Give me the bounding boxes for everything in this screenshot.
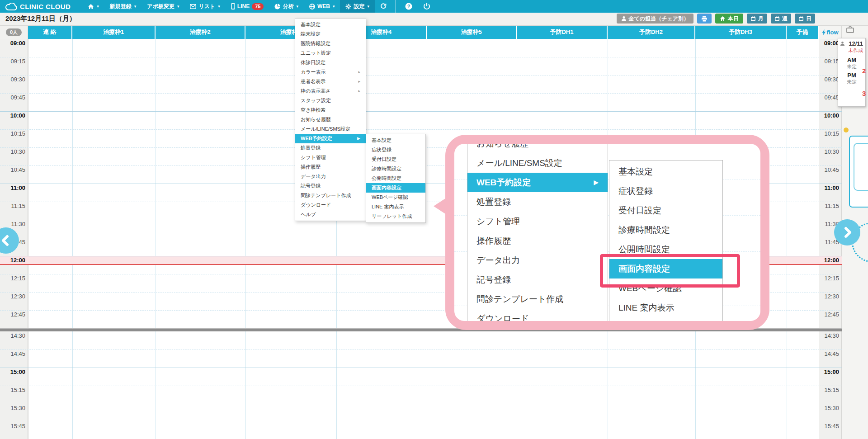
column-separator [28,39,28,439]
menu-item-label: 操作履歴 [301,162,321,172]
settings-menu-item-18[interactable]: 記号登録 [295,181,366,191]
settings-menu-item-15[interactable]: シフト管理 [295,153,366,162]
settings-menu-item-10[interactable]: 空き枠検索 [295,105,366,115]
nav-item-list[interactable]: リスト▾ [184,0,225,13]
nav-item-home[interactable]: ▾ [82,0,104,13]
settings-menu-item-17[interactable]: データ出力 [295,172,366,181]
day-status-panel[interactable]: 12/11 未作成 AM 未定 PM 未定 [838,38,866,107]
menu-item-label: ダウンロード [301,200,331,210]
settings-menu-item-19[interactable]: 問診テンプレート作成 [295,191,366,200]
menu-item-label: メール/LINE/SMS設定 [301,124,350,134]
callout-submenu-item-2[interactable]: 症状登録 [609,181,722,201]
clinic-cloud-app: 09:0009:0009:1509:1509:3009:3009:4509:45… [0,0,868,439]
callout-settings-item-4[interactable]: 処置登録 [467,192,608,212]
callout-settings-item-7[interactable]: データ出力 [467,250,608,270]
callout-settings-item-2[interactable]: メール/LINE/SMS設定 [467,153,608,173]
callout-submenu-item-8[interactable]: LINE 案内表示 [609,298,722,317]
person-icon [840,41,845,46]
menu-item-label: 記号登録 [301,181,321,191]
web-submenu-item-5[interactable]: 公開時間設定 [366,174,425,183]
menu-item-label: 基本設定 [372,136,392,145]
callout-submenu-item-3[interactable]: 受付日設定 [609,201,722,220]
time-label-right: 14:30 [816,332,839,339]
logout-button[interactable] [418,0,436,13]
today-button[interactable]: 本日 [715,14,743,24]
time-label-right: 14:45 [816,350,839,357]
callout-settings-item-6[interactable]: 操作履歴 [467,231,608,250]
web-submenu-item-6[interactable]: 画面内容設定 [366,183,425,193]
settings-menu-item-2[interactable]: 端末設定 [295,29,366,39]
settings-menu-item-6[interactable]: カラー表示▸ [295,67,366,77]
settings-menu-item-21[interactable]: ヘルプ [295,210,366,219]
callout-submenu-item-9[interactable]: リーフレット作成 [609,317,722,321]
briefcase-icon[interactable] [846,26,854,35]
settings-menu-item-8[interactable]: 枠の表示高さ▸ [295,86,366,96]
menu-item-label: 基本設定 [301,20,321,29]
menu-item-label: 受付日設定 [372,155,396,164]
hour-gridline [0,111,842,112]
day-view-button[interactable]: 日 [795,14,815,24]
quarter-gridline [0,93,842,94]
am-value: 未定 [840,63,863,70]
column-header-label: 治療枠2 [189,28,210,36]
scroll-right-button[interactable] [834,219,860,245]
column-separator [787,39,787,439]
web-submenu-item-9[interactable]: リーフレット作成 [366,212,425,221]
column-header-label: 治療枠4 [371,28,392,36]
settings-menu-item-1[interactable]: 基本設定 [295,20,366,29]
nav-item-appo-board-change[interactable]: アポ板変更▾ [142,0,184,13]
settings-menu-item-7[interactable]: 患者名表示▸ [295,77,366,86]
print-button[interactable] [697,14,712,24]
callout-settings-item-3[interactable]: WEB予約設定▶ [467,173,608,192]
menu-item-label: 医院情報設定 [301,39,330,48]
menu-item-label: 操作履歴 [476,231,511,250]
menu-item-label: ユニット設定 [301,48,331,58]
app-logo: CLINIC CLOUD [0,3,82,10]
time-label-right: 11:45 [816,239,839,245]
nav-item-refresh[interactable] [375,0,392,13]
nav-item-new-registration[interactable]: 新規登録▾ [104,0,142,13]
nav-item-label: 新規登録 [110,3,132,10]
settings-menu-item-13[interactable]: WEB予約設定▶ [295,134,366,143]
web-submenu-item-3[interactable]: 受付日設定 [366,155,425,164]
settings-menu-item-4[interactable]: ユニット設定 [295,48,366,58]
callout-settings-item-1[interactable]: お知らせ履歴 [467,144,608,153]
submenu-arrow-icon: ▶ [357,134,360,143]
web-submenu-item-7[interactable]: WEBページ確認 [366,193,425,202]
settings-menu-item-9[interactable]: スタッフ設定 [295,96,366,105]
callout-settings-item-9[interactable]: 問診テンプレート作成 [467,289,608,309]
all-staff-button[interactable]: 全ての担当（チェア別） [617,14,693,24]
menu-item-label: 問診テンプレート作成 [476,289,563,309]
callout-submenu-item-4[interactable]: 診療時間設定 [609,220,722,240]
callout-settings-item-5[interactable]: シフト管理 [467,212,608,231]
web-submenu-item-2[interactable]: 症状登録 [366,145,425,155]
web-submenu-item-4[interactable]: 診療時間設定 [366,164,425,174]
settings-menu-item-5[interactable]: 休診日設定 [295,58,366,67]
callout-settings-item-8[interactable]: 記号登録 [467,270,608,289]
menu-item-label: シフト管理 [301,153,326,162]
month-view-button[interactable]: 月 [747,14,767,24]
settings-menu-item-20[interactable]: ダウンロード [295,200,366,210]
settings-menu-item-3[interactable]: 医院情報設定 [295,39,366,48]
help-button[interactable]: ? [400,0,418,13]
callout-submenu-item-1[interactable]: 基本設定 [609,162,722,181]
am-label: AM [840,57,863,63]
settings-menu-item-11[interactable]: お知らせ履歴 [295,115,366,124]
settings-menu-item-14[interactable]: 処置登録 [295,143,366,153]
settings-menu-item-12[interactable]: メール/LINE/SMS設定 [295,124,366,134]
menu-item-label: 受付日設定 [618,201,661,220]
flow-toggle[interactable]: flow [819,25,842,39]
nav-item-analysis[interactable]: 分析▾ [269,0,304,13]
day-label: 日 [806,15,811,23]
web-submenu-item-1[interactable]: 基本設定 [366,136,425,145]
nav-item-line[interactable]: LINE75 [226,0,269,13]
menu-item-label: 患者名表示 [301,77,326,86]
callout-settings-item-10[interactable]: ダウンロード [467,309,608,321]
nav-item-settings[interactable]: 設定▾ [340,0,375,13]
home-icon [88,4,94,9]
cloud-logo-icon [5,3,17,10]
web-submenu-item-8[interactable]: LINE 案内表示 [366,202,425,212]
week-view-button[interactable]: 週 [771,14,791,24]
nav-item-web[interactable]: WEB▾ [304,0,340,13]
settings-menu-item-16[interactable]: 操作履歴 [295,162,366,172]
